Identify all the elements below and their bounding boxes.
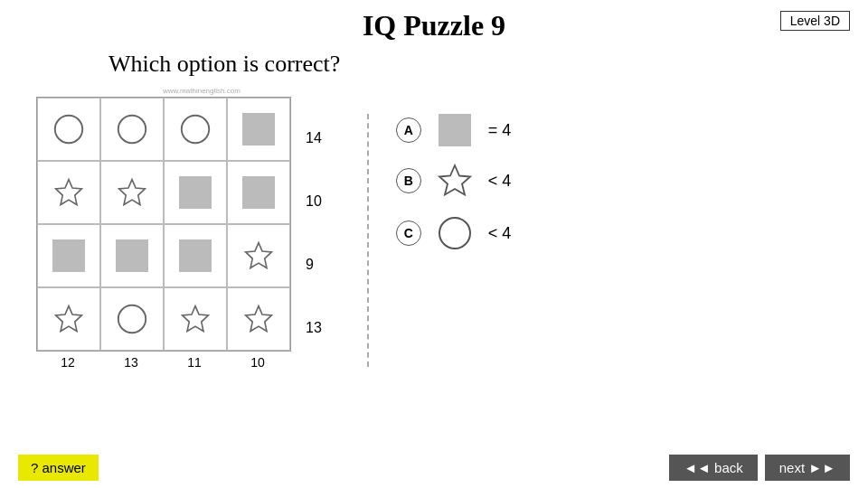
grid-cell (100, 224, 164, 287)
grid-cell (227, 287, 290, 351)
option-c: C < 4 (396, 215, 512, 251)
back-button[interactable]: ◄◄ back (669, 455, 758, 481)
col-label: 11 (163, 352, 226, 370)
main-content: www.mathinenglish.com (0, 87, 868, 370)
grid-cell (37, 287, 100, 351)
grid-cell (227, 98, 290, 161)
svg-point-0 (55, 116, 82, 143)
answer-button[interactable]: ? answer (18, 455, 99, 481)
svg-point-7 (118, 305, 146, 333)
svg-point-1 (118, 116, 146, 143)
grid-cell (164, 98, 227, 161)
row-label: 13 (300, 296, 322, 360)
level-badge: Level 3D (780, 11, 850, 31)
nav-buttons: ◄◄ back next ►► (669, 455, 850, 481)
grid-cell (37, 224, 100, 287)
option-c-letter: C (396, 221, 421, 246)
svg-marker-9 (246, 306, 272, 332)
svg-marker-5 (246, 243, 272, 268)
row-labels: 14 10 9 13 (300, 107, 322, 360)
col-label: 12 (36, 352, 99, 370)
col-labels: 12 13 11 10 (36, 352, 291, 370)
options-section: A = 4 B < 4 C < 4 (367, 105, 512, 370)
option-b-text: < 4 (488, 172, 512, 191)
option-b-letter: B (396, 168, 421, 193)
grid-cell (227, 161, 290, 224)
svg-marker-3 (56, 180, 82, 205)
grid-cell (164, 161, 227, 224)
svg-point-11 (439, 218, 470, 249)
svg-marker-10 (439, 165, 470, 195)
grid-cell (227, 224, 290, 287)
svg-marker-6 (56, 306, 82, 332)
next-button[interactable]: next ►► (765, 455, 850, 481)
grid-cell (164, 224, 227, 287)
row-label: 14 (300, 107, 322, 170)
grid-cell (100, 287, 164, 351)
option-a-text: = 4 (488, 121, 512, 140)
grid-container: 12 13 11 10 14 10 9 13 (36, 97, 322, 370)
grid-cell (100, 98, 164, 161)
option-b-shape (432, 163, 477, 199)
dashed-divider (367, 114, 369, 367)
option-b: B < 4 (396, 163, 512, 199)
svg-marker-8 (183, 306, 209, 332)
option-a-shape (432, 114, 477, 146)
option-a-letter: A (396, 117, 421, 143)
grid-cell (37, 98, 100, 161)
svg-point-2 (182, 116, 209, 143)
svg-marker-4 (119, 180, 146, 205)
watermark: www.mathinenglish.com (163, 87, 241, 95)
option-c-text: < 4 (488, 224, 512, 243)
bottom-bar: ? answer ◄◄ back next ►► (0, 455, 868, 488)
row-label: 9 (300, 233, 322, 296)
row-label: 10 (300, 170, 322, 233)
options-list: A = 4 B < 4 C < 4 (396, 114, 512, 251)
page-title: IQ Puzzle 9 (363, 9, 505, 42)
col-label: 10 (226, 352, 289, 370)
subtitle: Which option is correct? (108, 51, 868, 78)
col-label: 13 (99, 352, 163, 370)
grid-cell (100, 161, 164, 224)
grid-cell (37, 161, 100, 224)
option-c-shape (432, 215, 477, 251)
grid-cell (164, 287, 227, 351)
puzzle-section: www.mathinenglish.com (36, 87, 322, 370)
puzzle-grid (36, 97, 291, 352)
option-a: A = 4 (396, 114, 512, 146)
header: IQ Puzzle 9 Level 3D (0, 0, 868, 47)
